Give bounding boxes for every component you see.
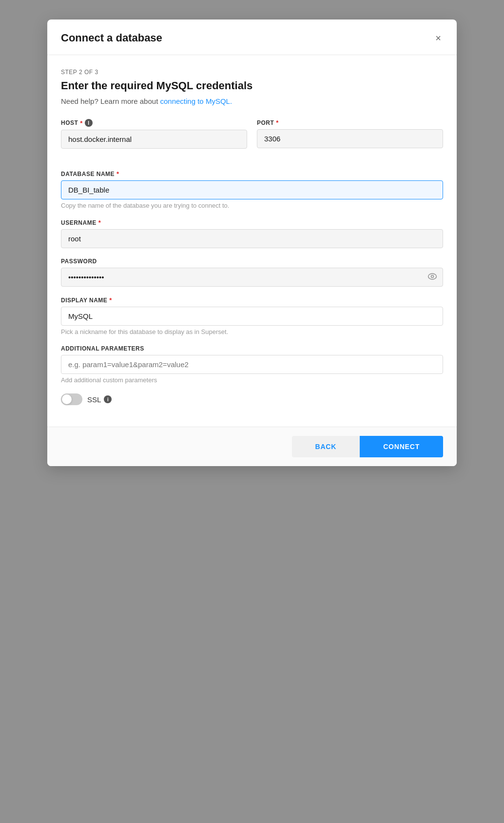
password-field-group: PASSWORD: [61, 258, 443, 287]
modal-header: Connect a database ×: [47, 20, 457, 55]
ssl-toggle-row: SSL i: [61, 393, 443, 405]
additional-params-input[interactable]: [61, 355, 443, 374]
help-text-prefix: Need help? Learn more about: [61, 97, 160, 105]
port-field-group: PORT *: [257, 119, 443, 149]
eye-icon: [427, 274, 437, 283]
port-label: PORT *: [257, 119, 443, 126]
host-field-group: HOST * i: [61, 119, 247, 149]
modal-footer: BACK CONNECT: [47, 427, 457, 466]
username-required-star: *: [98, 219, 101, 226]
svg-point-0: [428, 274, 437, 279]
display-name-hint: Pick a nickname for this database to dis…: [61, 328, 443, 335]
ssl-info-icon[interactable]: i: [104, 395, 112, 403]
host-required-star: *: [80, 119, 83, 127]
database-name-label: DATABASE NAME *: [61, 170, 443, 177]
section-title: Enter the required MySQL credentials: [61, 79, 443, 92]
ssl-toggle[interactable]: [61, 393, 82, 405]
modal-dialog: Connect a database × STEP 2 OF 3 Enter t…: [47, 20, 457, 466]
additional-params-hint: Add additional custom parameters: [61, 376, 443, 384]
host-port-row: HOST * i PORT *: [61, 119, 443, 158]
step-label: STEP 2 OF 3: [61, 69, 443, 76]
password-input[interactable]: [61, 268, 443, 287]
ssl-label: SSL i: [87, 395, 112, 404]
additional-params-field-group: ADDITIONAL PARAMETERS Add additional cus…: [61, 345, 443, 384]
host-label: HOST * i: [61, 119, 247, 127]
port-input[interactable]: [257, 129, 443, 148]
toggle-thumb: [62, 394, 72, 404]
additional-params-label: ADDITIONAL PARAMETERS: [61, 345, 443, 352]
database-name-input[interactable]: [61, 180, 443, 199]
display-name-label: DISPLAY NAME *: [61, 296, 443, 304]
port-required-star: *: [276, 119, 279, 126]
connect-button[interactable]: CONNECT: [360, 436, 443, 457]
host-input[interactable]: [61, 130, 247, 149]
modal-overlay: Connect a database × STEP 2 OF 3 Enter t…: [0, 0, 504, 823]
close-button[interactable]: ×: [433, 31, 443, 45]
password-wrapper: [61, 268, 443, 287]
username-label: USERNAME *: [61, 219, 443, 226]
display-name-required-star: *: [109, 296, 112, 304]
close-icon: ×: [435, 33, 441, 43]
username-input[interactable]: [61, 229, 443, 248]
svg-point-1: [431, 275, 434, 278]
modal-body: STEP 2 OF 3 Enter the required MySQL cre…: [47, 55, 457, 427]
help-link[interactable]: connecting to MySQL.: [160, 97, 232, 105]
password-label: PASSWORD: [61, 258, 443, 265]
modal-title: Connect a database: [61, 32, 162, 44]
database-name-required-star: *: [116, 170, 119, 177]
database-name-field-group: DATABASE NAME * Copy the name of the dat…: [61, 170, 443, 209]
display-name-field-group: DISPLAY NAME * Pick a nickname for this …: [61, 296, 443, 335]
back-button[interactable]: BACK: [292, 436, 360, 457]
show-password-button[interactable]: [427, 272, 437, 283]
username-field-group: USERNAME *: [61, 219, 443, 248]
host-info-icon[interactable]: i: [85, 119, 93, 127]
display-name-input[interactable]: [61, 307, 443, 326]
help-text: Need help? Learn more about connecting t…: [61, 97, 443, 105]
database-name-hint: Copy the name of the database you are tr…: [61, 202, 443, 209]
